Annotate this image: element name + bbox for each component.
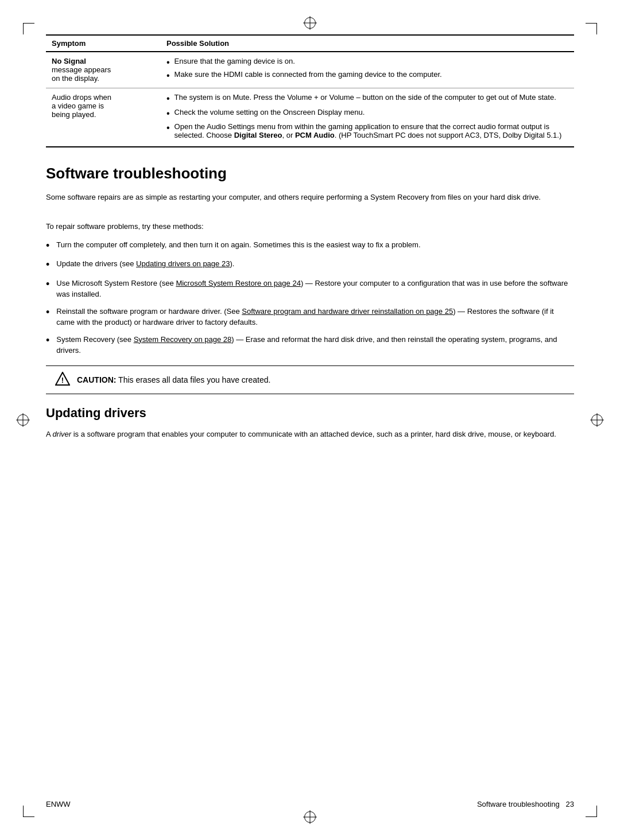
method-text-5: System Recovery (see System Recovery on …	[56, 334, 574, 356]
updating-drivers-heading: Updating drivers	[46, 406, 574, 421]
method-item-3: • Use Microsoft System Restore (see Micr…	[46, 278, 574, 300]
caution-box: ! CAUTION: This erases all data files yo…	[46, 365, 574, 394]
solution-item: Make sure the HDMI cable is connected fr…	[166, 70, 568, 81]
bullet-icon-2: •	[46, 258, 49, 271]
link-updating-drivers[interactable]: Updating drivers on page 23	[136, 259, 230, 268]
software-intro-text: Some software repairs are as simple as r…	[46, 192, 574, 203]
trouble-table: Symptom Possible Solution No Signal mess…	[46, 34, 574, 147]
method-text-2: Update the drivers (see Updating drivers…	[56, 258, 234, 270]
method-text-4: Reinstall the software program or hardwa…	[56, 306, 574, 328]
caution-text: CAUTION: This erases all data files you …	[77, 375, 270, 384]
method-item-5: • System Recovery (see System Recovery o…	[46, 334, 574, 356]
caution-message: This erases all data files you have crea…	[118, 375, 270, 384]
method-item-2: • Update the drivers (see Updating drive…	[46, 258, 574, 271]
table-header-symptom: Symptom	[46, 35, 161, 52]
link-system-recovery[interactable]: System Recovery on page 28	[134, 335, 232, 344]
table-cell-symptom-1: No Signal message appearson the display.	[46, 52, 161, 88]
solution-item: Ensure that the gaming device is on.	[166, 57, 568, 68]
table-cell-solution-2: The system is on Mute. Press the Volume …	[161, 88, 574, 147]
table-cell-solution-1: Ensure that the gaming device is on. Mak…	[161, 52, 574, 88]
caution-label: CAUTION:	[77, 375, 116, 384]
method-item-4: • Reinstall the software program or hard…	[46, 306, 574, 328]
page-footer: ENWW Software troubleshooting 23	[46, 800, 574, 808]
caution-icon: !	[55, 372, 71, 388]
link-software-reinstall[interactable]: Software program and hardware driver rei…	[242, 307, 453, 316]
methods-intro: To repair software problems, try these m…	[46, 221, 574, 232]
method-item-1: • Turn the computer off completely, and …	[46, 239, 574, 252]
footer-section-name: Software troubleshooting	[477, 800, 560, 808]
footer-page-number: 23	[566, 800, 574, 808]
footer-left: ENWW	[46, 800, 71, 808]
table-row: Audio drops whena video game isbeing pla…	[46, 88, 574, 147]
bullet-icon-3: •	[46, 278, 49, 291]
bullet-icon-1: •	[46, 239, 49, 252]
solution-item: The system is on Mute. Press the Volume …	[166, 93, 568, 104]
svg-text:!: !	[61, 376, 64, 384]
symptom-bold-1: No Signal	[52, 57, 86, 65]
software-section-heading: Software troubleshooting	[46, 165, 574, 182]
table-cell-symptom-2: Audio drops whena video game isbeing pla…	[46, 88, 161, 147]
table-header-solution: Possible Solution	[161, 35, 574, 52]
symptom-text-2: Audio drops whena video game isbeing pla…	[52, 93, 111, 119]
table-row: No Signal message appearson the display.…	[46, 52, 574, 88]
bullet-icon-4: •	[46, 306, 49, 319]
driver-italic: driver	[53, 430, 72, 438]
method-text-1: Turn the computer off completely, and th…	[56, 239, 420, 251]
bullet-icon-5: •	[46, 334, 49, 347]
symptom-text-1: message appearson the display.	[52, 65, 111, 83]
link-system-restore[interactable]: Microsoft System Restore on page 24	[176, 279, 301, 287]
methods-list: • Turn the computer off completely, and …	[46, 239, 574, 356]
updating-drivers-intro: A driver is a software program that enab…	[46, 429, 574, 440]
solution-item: Check the volume setting on the Onscreen…	[166, 108, 568, 119]
solution-item: Open the Audio Settings menu from within…	[166, 122, 568, 139]
footer-right: Software troubleshooting 23	[477, 800, 574, 808]
method-text-3: Use Microsoft System Restore (see Micros…	[56, 278, 574, 300]
